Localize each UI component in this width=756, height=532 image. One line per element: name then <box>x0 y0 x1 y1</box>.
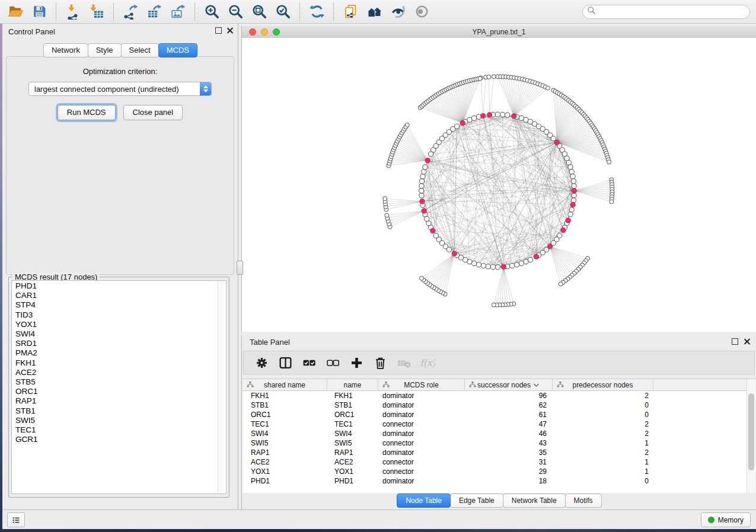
mcds-result-item[interactable]: CAR1 <box>15 291 226 300</box>
tab-style[interactable]: Style <box>88 43 122 57</box>
delete-column-button[interactable] <box>372 355 388 370</box>
table-row[interactable]: FKH1FKH1dominator962 <box>243 391 755 400</box>
tab-motifs[interactable]: Motifs <box>565 493 602 508</box>
close-panel-button[interactable]: Close panel <box>123 105 183 120</box>
table-row[interactable]: ORC1ORC1dominator610 <box>243 410 755 419</box>
home-view-button[interactable] <box>362 2 386 22</box>
hide-labels-icon <box>390 4 406 20</box>
memory-button[interactable]: Memory <box>701 512 751 527</box>
column-header-name[interactable]: name <box>327 379 378 390</box>
mcds-result-list[interactable]: PHD1CAR1STP4TID3YOX1SWI4SRD1PMA2FKH1ACE2… <box>11 280 227 494</box>
settings-icon <box>254 355 269 370</box>
export-table-button[interactable] <box>142 2 166 22</box>
refresh-layout-button[interactable] <box>305 2 328 22</box>
zoom-in-button[interactable] <box>200 2 224 22</box>
network-graph[interactable] <box>242 38 756 332</box>
mcds-result-item[interactable]: GCR1 <box>15 435 226 444</box>
split-panel-button[interactable] <box>277 355 293 370</box>
zoom-selected-button[interactable] <box>271 2 295 22</box>
column-header-shared-name[interactable]: shared name <box>243 379 327 390</box>
mcds-result-item[interactable]: SWI5 <box>15 416 226 425</box>
cell-shared-name: YOX1 <box>243 467 327 476</box>
task-history-button[interactable] <box>7 512 25 527</box>
criterion-select[interactable]: largest connected component (undirected) <box>28 82 212 96</box>
mcds-result-item[interactable]: SWI4 <box>15 329 226 339</box>
function-builder-icon: f(x) <box>420 355 435 370</box>
mcds-result-item[interactable]: YOX1 <box>15 320 226 329</box>
mcds-result-item[interactable]: SRD1 <box>15 339 226 348</box>
close-panel-icon[interactable] <box>227 27 233 34</box>
network-window-titlebar[interactable]: YPA_prune.txt_1 <box>242 26 756 39</box>
zoom-in-icon <box>204 4 220 20</box>
export-image-button[interactable] <box>166 2 190 22</box>
table-row[interactable]: SWI5SWI5connector431 <box>243 438 755 448</box>
open-file-button[interactable] <box>4 2 27 22</box>
share-document-button[interactable] <box>339 2 362 22</box>
tab-network-table[interactable]: Network Table <box>503 493 566 508</box>
control-panel: Control Panel NetworkStyleSelectMCDS Opt… <box>2 24 238 509</box>
mcds-result-item[interactable]: PHD1 <box>15 281 226 291</box>
settings-button[interactable] <box>254 355 269 370</box>
mcds-result-item[interactable]: STP4 <box>15 300 226 310</box>
float-table-panel-icon[interactable] <box>732 338 738 345</box>
table-row[interactable]: TEC1TEC1connector472 <box>243 419 755 429</box>
mcds-result-box: MCDS result (17 nodes) PHD1CAR1STP4TID3Y… <box>8 277 229 498</box>
table-row[interactable]: YOX1YOX1connector291 <box>243 467 755 476</box>
open-file-icon <box>8 4 24 20</box>
column-header-successor-nodes[interactable]: successor nodes <box>465 379 553 390</box>
tab-node-table[interactable]: Node Table <box>397 493 451 508</box>
mcds-result-item[interactable]: STB1 <box>15 406 226 416</box>
export-network-button[interactable] <box>119 2 142 22</box>
table-scrollbar-thumb[interactable] <box>748 393 754 470</box>
mcds-result-item[interactable]: FKH1 <box>15 358 226 368</box>
import-table-button[interactable] <box>85 2 109 22</box>
mcds-result-item[interactable]: TEC1 <box>15 425 226 435</box>
import-network-button[interactable] <box>61 2 85 22</box>
close-table-panel-icon[interactable] <box>744 338 750 345</box>
node-table: shared namenameMCDS rolesuccessor nodesp… <box>243 379 755 493</box>
mcds-result-item[interactable]: ORC1 <box>15 387 226 396</box>
search-box[interactable] <box>582 5 750 19</box>
table-scrollbar[interactable] <box>747 379 755 493</box>
mcds-list-scrollbar[interactable] <box>218 281 226 493</box>
tab-network[interactable]: Network <box>43 43 88 57</box>
cell-successor-nodes: 96 <box>465 391 553 400</box>
table-row[interactable]: STB1STB1dominator620 <box>243 400 755 410</box>
import-table-icon <box>89 4 105 20</box>
deselect-all-button[interactable] <box>325 355 340 370</box>
search-input[interactable] <box>598 6 749 18</box>
table-row[interactable]: ACE2ACE2connector311 <box>243 457 755 467</box>
table-row[interactable]: RAP1RAP1dominator352 <box>243 448 755 457</box>
cell-predecessor-nodes: 0 <box>553 410 653 419</box>
add-column-button[interactable] <box>349 355 364 370</box>
panel-divider-handle[interactable] <box>237 261 243 275</box>
mcds-result-item[interactable]: RAP1 <box>15 396 226 406</box>
status-bar: Memory <box>2 509 756 529</box>
column-label: shared name <box>264 381 305 389</box>
toolbar-separator <box>299 3 300 21</box>
table-row[interactable]: SWI4SWI4dominator462 <box>243 429 755 438</box>
cell-successor-nodes: 46 <box>465 429 553 438</box>
table-row[interactable]: PHD1PHD1dominator180 <box>243 476 755 486</box>
save-session-button[interactable] <box>27 2 51 22</box>
cell-predecessor-nodes: 2 <box>553 429 653 438</box>
tab-mcds[interactable]: MCDS <box>158 43 197 57</box>
mcds-result-item[interactable]: PMA2 <box>15 348 226 358</box>
mcds-result-item[interactable]: TID3 <box>15 310 226 320</box>
column-header-predecessor-nodes[interactable]: predecessor nodes <box>553 379 653 390</box>
network-canvas[interactable] <box>242 38 756 332</box>
float-panel-icon[interactable] <box>215 27 222 34</box>
hide-labels-button[interactable] <box>386 2 410 22</box>
zoom-out-button[interactable] <box>224 2 247 22</box>
tab-edge-table[interactable]: Edge Table <box>450 493 503 508</box>
control-panel-title: Control Panel <box>8 27 55 36</box>
zoom-fit-button[interactable] <box>247 2 271 22</box>
mcds-result-item[interactable]: ACE2 <box>15 368 226 377</box>
toolbar-separator <box>194 3 195 21</box>
mcds-result-item[interactable]: STB5 <box>15 377 226 387</box>
tab-select[interactable]: Select <box>121 43 159 57</box>
select-all-button[interactable] <box>301 355 317 370</box>
run-mcds-button[interactable]: Run MCDS <box>58 105 116 120</box>
column-header-MCDS-role[interactable]: MCDS role <box>378 379 465 390</box>
toggle-visibility-button[interactable] <box>410 2 433 22</box>
